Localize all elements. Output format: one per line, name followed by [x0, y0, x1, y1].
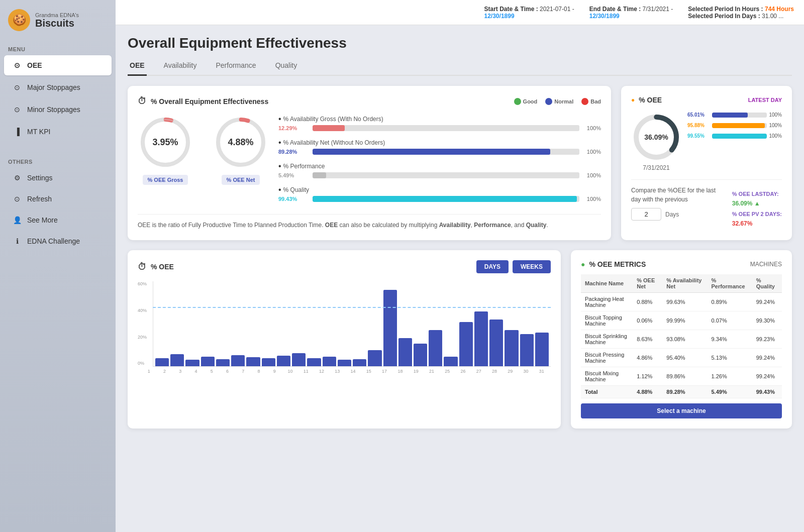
tab-performance[interactable]: Performance: [214, 57, 258, 76]
days-input[interactable]: [631, 208, 661, 221]
metric-avail-net-fill: [313, 149, 550, 155]
oee-card-title: ⏱ % Overall Equipment Effectiveness Good…: [138, 96, 601, 107]
oee-description: OEE is the ratio of Fully Productive Tim…: [138, 214, 601, 230]
sidebar-item-settings[interactable]: ⚙ Settings: [4, 168, 112, 188]
metric-quality: % Quality 99.43% 100%: [278, 185, 601, 202]
table-cell: 1.26%: [707, 367, 752, 386]
compare-last-day-val-row: 36.09% ▲: [732, 200, 782, 207]
sidebar-item-mt-kpi[interactable]: ▐ MT KPI: [4, 122, 112, 142]
dot-normal: [545, 98, 552, 105]
metric-avail-net-bg: [313, 149, 579, 155]
days-button[interactable]: DAYS: [476, 260, 509, 273]
table-cell: Biscuit Pressing Machine: [581, 349, 633, 367]
right-bar-2-bg: [712, 123, 767, 128]
tab-quality[interactable]: Quality: [273, 57, 299, 76]
metric-avail-net: % Availability Net (Without No Orders) 8…: [278, 138, 601, 155]
table-cell: Biscuit Topping Machine: [581, 311, 633, 330]
sidebar-item-label: Minor Stoppages: [27, 105, 80, 114]
x-label: 30: [519, 369, 533, 374]
metric-performance-100: 100%: [583, 172, 601, 178]
gauge-date: 7/31/2021: [631, 164, 681, 171]
page-title: Overall Equipment Effectiveness: [128, 35, 792, 51]
legend-normal: Normal: [545, 98, 573, 105]
sidebar-item-oee[interactable]: ⊙ OEE: [4, 55, 112, 75]
x-label: 21: [425, 369, 439, 374]
metric-avail-gross-bar-row: 12.29% 100%: [278, 125, 601, 131]
bar-col: [201, 357, 215, 366]
machines-link[interactable]: MACHINES: [750, 261, 782, 268]
table-body: Packaging Heat Machine0.88%99.63%0.89%99…: [581, 293, 782, 398]
bar-col: [292, 353, 306, 366]
metric-avail-net-label: % Availability Net (Without No Orders): [278, 138, 601, 147]
gauge-oee-gross: 3.95% % OEE Gross: [138, 115, 193, 201]
x-label: 4: [189, 369, 203, 374]
sidebar-item-label: MT KPI: [27, 128, 50, 136]
bar-col: [338, 360, 351, 366]
end-date-sub: 12/30/1899: [589, 13, 620, 20]
metric-performance: % Performance 5.49% 100%: [278, 162, 601, 178]
sidebar-item-label: See More: [27, 216, 58, 224]
oee-main-card: ⏱ % Overall Equipment Effectiveness Good…: [128, 86, 611, 240]
end-date-info: End Date & Time : 7/31/2021 - 12/30/1899: [589, 6, 673, 20]
col-performance: % Performance: [707, 274, 752, 293]
gauge-net-label: % OEE Net: [222, 175, 260, 185]
col-machine-name: Machine Name: [581, 274, 633, 293]
x-label: 6: [220, 369, 234, 374]
menu-label: MENU: [0, 40, 116, 54]
sidebar-item-label: Major Stoppages: [27, 83, 80, 91]
tab-oee[interactable]: OEE: [128, 57, 147, 76]
col-avail-net: % Availability Net: [662, 274, 707, 293]
gauge-net-value: 4.88%: [228, 137, 253, 148]
tab-availability[interactable]: Availability: [162, 57, 199, 76]
sidebar-item-see-more[interactable]: 👤 See More: [4, 210, 112, 230]
weeks-button[interactable]: WEEKS: [513, 260, 551, 273]
bar-col: [505, 330, 518, 366]
logo: 🍪 Grandma EDNA's Biscuits: [0, 0, 116, 40]
bar-col: [489, 320, 503, 366]
sidebar-item-minor-stoppages[interactable]: ⊙ Minor Stoppages: [4, 99, 112, 120]
table-cell: 99.30%: [752, 311, 782, 330]
table-row: Biscuit Topping Machine0.06%99.99%0.07%9…: [581, 311, 782, 330]
sidebar-item-major-stoppages[interactable]: ⊙ Major Stoppages: [4, 77, 112, 97]
table-total-row: Total4.88%89.28%5.49%99.43%: [581, 386, 782, 398]
right-gauge: 36.09%: [631, 112, 681, 162]
settings-icon: ⚙: [12, 173, 22, 183]
table-total-cell: 5.49%: [707, 386, 752, 398]
green-dot-metrics: ●: [581, 260, 585, 268]
table-row: Biscuit Pressing Machine4.86%95.40%5.13%…: [581, 349, 782, 367]
days-label: Days: [665, 211, 679, 218]
compare-results: % OEE LASTDAY: 36.09% ▲ % OEE PV 2 DAYS:…: [732, 191, 782, 227]
x-label: 27: [472, 369, 486, 374]
right-metric-1-val: 65.01%: [687, 112, 710, 118]
metrics-table: Machine Name % OEE Net % Availability Ne…: [581, 274, 782, 398]
latest-day-label: LATEST DAY: [748, 97, 782, 103]
compare-section: Compare the %OEE for the last day with t…: [631, 179, 782, 227]
compare-last-day-val: 36.09%: [732, 200, 753, 207]
legend-bad: Bad: [581, 98, 601, 105]
x-label: 3: [173, 369, 187, 374]
chart-buttons: DAYS WEEKS: [476, 260, 551, 273]
x-label: 13: [330, 369, 344, 374]
select-machine-button[interactable]: Select a machine: [581, 403, 782, 418]
metrics-table-card: ● % OEE METRICS MACHINES Machine Name % …: [571, 250, 792, 429]
table-total-cell: 89.28%: [662, 386, 707, 398]
metric-quality-label: % Quality: [278, 185, 601, 194]
table-total-cell: Total: [581, 386, 633, 398]
oee-right-card-title: ● % OEE LATEST DAY: [631, 96, 782, 104]
metric-avail-gross-fill: [313, 125, 345, 131]
x-label: 1: [142, 369, 156, 374]
sidebar-item-edna-challenge[interactable]: ℹ EDNA Challenge: [4, 231, 112, 251]
x-label: 28: [487, 369, 501, 374]
compare-last-day: % OEE LASTDAY:: [732, 191, 782, 197]
col-oee-net: % OEE Net: [633, 274, 662, 293]
logo-text: Grandma EDNA's Biscuits: [35, 12, 79, 28]
bar-chart: 0% 20% 40% 60% 1234567891011121314151718…: [138, 281, 551, 382]
metric-quality-val: 99.43%: [278, 196, 309, 202]
metrics-list: % Availability Gross (With No Orders) 12…: [278, 115, 601, 209]
gauge-gross-label: % OEE Gross: [143, 175, 188, 185]
metric-avail-gross: % Availability Gross (With No Orders) 12…: [278, 115, 601, 131]
gauge-gross-chart: 3.95%: [138, 115, 193, 170]
sidebar-item-label: Settings: [27, 174, 53, 182]
oee-icon: ⊙: [12, 60, 22, 70]
sidebar-item-refresh[interactable]: ⊙ Refresh: [4, 189, 112, 209]
